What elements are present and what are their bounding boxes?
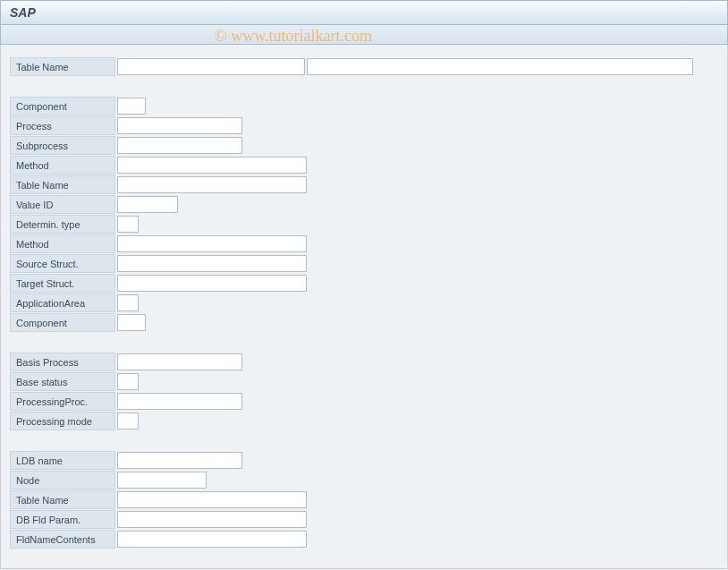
input-component[interactable] (117, 98, 146, 115)
label-processing-mode: Processing mode (10, 412, 115, 430)
input-determin-type[interactable] (117, 216, 139, 233)
row-subprocess: Subprocess (10, 136, 718, 155)
input-basis-process[interactable] (117, 353, 242, 370)
row-component: Component (10, 97, 718, 115)
label-base-status: Base status (10, 372, 115, 391)
row-source-struct: Source Struct. (10, 254, 718, 273)
input-source-struct[interactable] (117, 255, 307, 272)
label-db-fld-param: DB Fld Param. (10, 510, 115, 529)
label-table-name-top: Table Name (10, 57, 115, 76)
input-subprocess[interactable] (117, 137, 242, 154)
row-db-fld-param: DB Fld Param. (10, 510, 718, 529)
input-base-status[interactable] (117, 373, 139, 390)
title-bar: SAP (0, 0, 728, 25)
row-table-name-1: Table Name (10, 175, 718, 194)
toolbar (0, 25, 728, 45)
row-component-2: Component (10, 313, 718, 332)
label-basis-process: Basis Process (10, 353, 115, 371)
input-value-id[interactable] (117, 196, 178, 213)
input-process[interactable] (117, 117, 242, 134)
label-application-area: ApplicationArea (10, 294, 115, 312)
row-target-struct: Target Struct. (10, 274, 718, 293)
input-node[interactable] (117, 472, 207, 489)
label-table-name-1: Table Name (10, 175, 115, 194)
row-table-name-top: Table Name (10, 57, 718, 76)
app-title: SAP (10, 5, 36, 20)
input-processing-mode[interactable] (117, 413, 139, 430)
row-value-id: Value ID (10, 195, 718, 214)
row-method-2: Method (10, 234, 718, 253)
label-source-struct: Source Struct. (10, 254, 115, 273)
label-component: Component (10, 97, 115, 115)
input-target-struct[interactable] (117, 275, 307, 292)
input-db-fld-param[interactable] (117, 511, 307, 528)
label-processing-proc: ProcessingProc. (10, 392, 115, 411)
label-process: Process (10, 116, 115, 135)
row-method: Method (10, 156, 718, 174)
input-table-name-top-1[interactable] (117, 58, 305, 75)
row-ldb-name: LDB name (10, 451, 718, 470)
label-method-2: Method (10, 234, 115, 253)
label-target-struct: Target Struct. (10, 274, 115, 293)
row-base-status: Base status (10, 372, 718, 391)
row-application-area: ApplicationArea (10, 294, 718, 312)
row-processing-proc: ProcessingProc. (10, 392, 718, 411)
input-method-2[interactable] (117, 235, 307, 252)
label-node: Node (10, 471, 115, 489)
input-table-name-3[interactable] (117, 491, 307, 508)
row-process: Process (10, 116, 718, 135)
input-ldb-name[interactable] (117, 452, 242, 469)
input-fld-name-contents[interactable] (117, 531, 307, 548)
label-value-id: Value ID (10, 195, 115, 214)
row-fld-name-contents: FldNameContents (10, 530, 718, 549)
label-method: Method (10, 156, 115, 174)
input-table-name-1[interactable] (117, 176, 307, 193)
label-subprocess: Subprocess (10, 136, 115, 155)
input-component-2[interactable] (117, 314, 146, 331)
label-determin-type: Determin. type (10, 215, 115, 234)
row-processing-mode: Processing mode (10, 412, 718, 430)
label-fld-name-contents: FldNameContents (10, 530, 115, 549)
label-component-2: Component (10, 313, 115, 332)
input-table-name-top-2[interactable] (307, 58, 693, 75)
content-area: Table Name Component Process Subprocess … (0, 45, 728, 569)
input-processing-proc[interactable] (117, 393, 242, 410)
row-basis-process: Basis Process (10, 353, 718, 371)
input-method[interactable] (117, 157, 307, 174)
row-table-name-3: Table Name (10, 490, 718, 509)
label-table-name-3: Table Name (10, 490, 115, 509)
label-ldb-name: LDB name (10, 451, 115, 470)
input-application-area[interactable] (117, 294, 139, 311)
row-determin-type: Determin. type (10, 215, 718, 234)
row-node: Node (10, 471, 718, 489)
